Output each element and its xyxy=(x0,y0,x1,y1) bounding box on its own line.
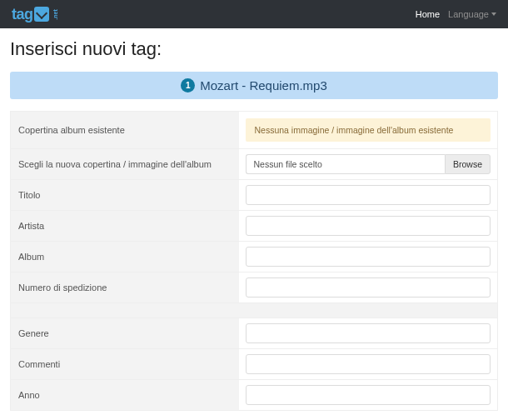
main-container: Inserisci nuovi tag: 1 Mozart - Requiem.… xyxy=(0,28,508,420)
year-input[interactable] xyxy=(246,385,491,405)
file-input-wrap: Nessun file scelto Browse xyxy=(246,154,491,174)
download-icon xyxy=(34,7,49,22)
nav-language-label: Language xyxy=(448,9,489,19)
navbar: tag .net Home Language xyxy=(0,0,508,28)
row-track: Numero di spedizione xyxy=(11,272,497,303)
track-input[interactable] xyxy=(246,278,491,298)
label-existing-cover: Copertina album esistente xyxy=(11,112,239,148)
nav-language-dropdown[interactable]: Language xyxy=(448,9,496,19)
brand-text: tag xyxy=(12,6,33,23)
comments-input[interactable] xyxy=(246,354,491,374)
title-input[interactable] xyxy=(246,185,491,205)
artist-input[interactable] xyxy=(246,216,491,236)
form-spacer xyxy=(11,303,497,318)
label-year: Anno xyxy=(11,380,239,410)
row-year: Anno xyxy=(11,380,497,410)
label-artist: Artista xyxy=(11,211,239,241)
nav-links: Home Language xyxy=(416,9,496,19)
nav-home-link[interactable]: Home xyxy=(416,9,440,19)
label-track: Numero di spedizione xyxy=(11,272,239,302)
file-index-badge: 1 xyxy=(181,78,195,92)
page-title: Inserisci nuovi tag: xyxy=(10,38,498,60)
file-name: Mozart - Requiem.mp3 xyxy=(200,78,327,92)
row-title: Titolo xyxy=(11,180,497,211)
row-artist: Artista xyxy=(11,211,497,242)
browse-button[interactable]: Browse xyxy=(445,154,491,174)
file-header: 1 Mozart - Requiem.mp3 xyxy=(10,72,498,99)
file-input-text[interactable]: Nessun file scelto xyxy=(246,154,445,174)
brand-logo[interactable]: tag .net xyxy=(12,6,60,23)
row-comments: Commenti xyxy=(11,349,497,380)
album-input[interactable] xyxy=(246,247,491,267)
tag-form: Copertina album esistente Nessuna immagi… xyxy=(10,111,498,411)
row-choose-cover: Scegli la nuova copertina / immagine del… xyxy=(11,149,497,180)
label-comments: Commenti xyxy=(11,349,239,379)
row-existing-cover: Copertina album esistente Nessuna immagi… xyxy=(11,112,497,149)
brand-suffix: .net xyxy=(52,9,57,19)
label-album: Album xyxy=(11,242,239,272)
ctrl-existing-cover: Nessuna immagine / immagine dell'album e… xyxy=(239,112,497,148)
label-genre: Genere xyxy=(11,318,239,348)
genre-input[interactable] xyxy=(246,323,491,343)
chevron-down-icon xyxy=(491,12,496,16)
label-choose-cover: Scegli la nuova copertina / immagine del… xyxy=(11,149,239,179)
row-album: Album xyxy=(11,242,497,272)
ctrl-choose-cover: Nessun file scelto Browse xyxy=(239,149,497,179)
row-genre: Genere xyxy=(11,318,497,349)
label-title: Titolo xyxy=(11,180,239,210)
existing-cover-warning: Nessuna immagine / immagine dell'album e… xyxy=(246,118,491,142)
